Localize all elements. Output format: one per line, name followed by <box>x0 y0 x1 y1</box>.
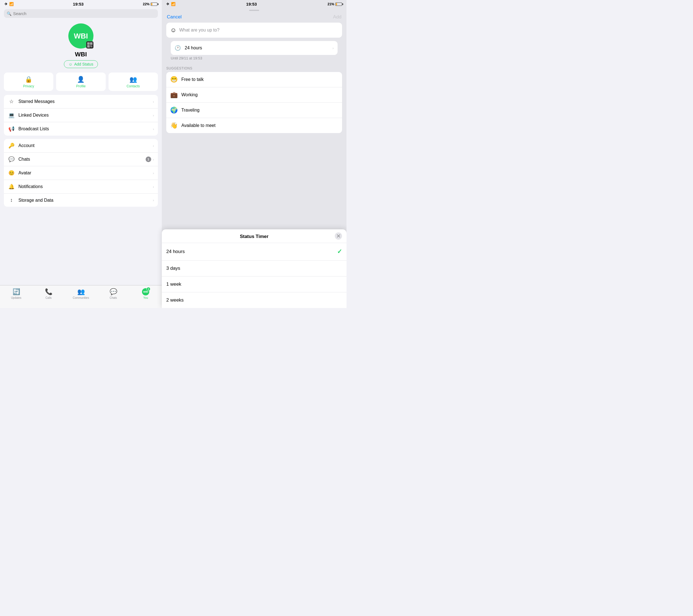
you-avatar: WBI 1 <box>142 288 149 295</box>
clock-icon: 🕐 <box>175 45 182 51</box>
timer-option-24h[interactable]: 24 hours ✓ <box>162 243 346 261</box>
chat-icon: 💬 <box>8 156 15 162</box>
left-panel: ✈ 📶 19:53 22% 🔍 WBI <box>0 0 162 308</box>
timer-options: 24 hours ✓ 3 days 1 week 2 weeks <box>162 243 346 308</box>
key-icon: 🔑 <box>8 143 15 149</box>
right-panel: ✈ 📶 19:53 21% Cancel Add ☺ What are you … <box>162 0 346 308</box>
tab-updates[interactable]: 🔄 Updates <box>0 288 32 299</box>
chevron-right-icon: › <box>153 144 154 148</box>
calls-icon: 📞 <box>45 288 53 295</box>
search-input[interactable] <box>13 11 155 16</box>
svg-rect-3 <box>91 43 92 44</box>
chats-label: Chats <box>18 157 146 162</box>
timer-2weeks-label: 2 weeks <box>166 297 342 303</box>
chevron-right-icon: › <box>153 171 154 175</box>
suggestion-traveling[interactable]: 🌍 Traveling <box>166 103 342 118</box>
avatar-label: Avatar <box>18 171 153 176</box>
chevron-right-icon: › <box>153 113 154 117</box>
notifications-item[interactable]: 🔔 Notifications › <box>4 180 158 194</box>
avatar-container: WBI <box>68 23 94 48</box>
duration-item[interactable]: 🕐 24 hours › <box>171 41 338 55</box>
storage-item[interactable]: ↕ Storage and Data › <box>4 194 158 207</box>
chats-item[interactable]: 💬 Chats 1 › <box>4 153 158 166</box>
chevron-right-icon: › <box>153 157 154 161</box>
working-label: Working <box>181 92 198 97</box>
qr-badge[interactable] <box>86 41 94 48</box>
status-bar-right: 22% <box>143 2 157 6</box>
tab-communities[interactable]: 👥 Communities <box>65 288 97 299</box>
broadcast-icon: 📢 <box>8 126 15 132</box>
timer-option-3days[interactable]: 3 days <box>162 261 346 277</box>
svg-rect-1 <box>88 43 89 44</box>
privacy-button[interactable]: 🔒 Privacy <box>4 73 53 91</box>
right-status-left: ✈ 📶 <box>166 2 176 6</box>
svg-rect-7 <box>91 45 92 46</box>
cancel-button[interactable]: Cancel <box>167 14 182 20</box>
avatar-item[interactable]: 😊 Avatar › <box>4 166 158 180</box>
suggestions-header: SUGGESTIONS <box>162 63 346 72</box>
traveling-label: Traveling <box>181 108 199 113</box>
timer-3days-label: 3 days <box>166 265 342 271</box>
sheet-header: Cancel Add <box>162 11 346 23</box>
duration-chevron-icon: › <box>333 46 334 50</box>
svg-rect-8 <box>91 46 91 47</box>
quick-actions: 🔒 Privacy 👤 Profile 👥 Contacts <box>4 73 158 91</box>
timer-title: Status Timer <box>240 234 269 239</box>
contacts-button[interactable]: 👥 Contacts <box>108 73 158 91</box>
linked-devices-item[interactable]: 💻 Linked Devices › <box>4 108 158 122</box>
tab-you[interactable]: WBI 1 You <box>130 288 162 299</box>
broadcast-lists-item[interactable]: 📢 Broadcast Lists › <box>4 122 158 136</box>
duration-section: 🕐 24 hours › Until 29/11 at 19:53 <box>166 41 342 63</box>
suggestion-free-to-talk[interactable]: 😁 Free to talk <box>166 72 342 87</box>
storage-label: Storage and Data <box>18 198 153 203</box>
suggestion-available[interactable]: 👋 Available to meet <box>166 118 342 133</box>
profile-section: WBI WBI ☺ Add <box>0 21 162 73</box>
timer-close-button[interactable]: ✕ <box>335 232 342 240</box>
tab-calls[interactable]: 📞 Calls <box>32 288 65 299</box>
profile-name: WBI <box>75 51 87 58</box>
timer-check-icon: ✓ <box>337 248 342 255</box>
profile-button[interactable]: 👤 Profile <box>56 73 105 91</box>
contacts-label: Contacts <box>127 84 140 88</box>
avatar-initials: WBI <box>74 32 88 40</box>
status-input-area[interactable]: ☺ What are you up to? <box>166 23 342 38</box>
menu-group-2: 🔑 Account › 💬 Chats 1 › 😊 Avatar › 🔔 Not… <box>4 139 158 207</box>
chats-badge: 1 <box>146 157 151 162</box>
profile-label: Profile <box>76 84 86 88</box>
starred-messages-label: Starred Messages <box>18 99 153 104</box>
status-timer-sheet: Status Timer ✕ 24 hours ✓ 3 days 1 week … <box>162 229 346 308</box>
privacy-label: Privacy <box>23 84 34 88</box>
timer-option-2weeks[interactable]: 2 weeks <box>162 292 346 308</box>
search-bar: 🔍 <box>4 9 158 18</box>
chevron-right-icon: › <box>153 127 154 131</box>
account-label: Account <box>18 143 153 148</box>
tab-updates-label: Updates <box>11 296 21 299</box>
starred-messages-item[interactable]: ☆ Starred Messages › <box>4 95 158 108</box>
free-talk-label: Free to talk <box>181 77 204 82</box>
add-status-button[interactable]: ☺ Add Status <box>64 60 98 68</box>
suggestions-list: 😁 Free to talk 💼 Working 🌍 Traveling 👋 A… <box>166 72 342 133</box>
svg-rect-9 <box>91 46 92 47</box>
contacts-icon: 👥 <box>130 76 137 83</box>
status-bar-left: ✈ 📶 <box>4 2 14 6</box>
right-status-right: 21% <box>328 2 342 6</box>
suggestion-working[interactable]: 💼 Working <box>166 87 342 103</box>
battery-icon-left <box>151 2 157 6</box>
svg-rect-10 <box>92 46 92 47</box>
search-icon: 🔍 <box>7 12 12 16</box>
timer-option-1week[interactable]: 1 week <box>162 277 346 292</box>
tab-calls-label: Calls <box>45 296 52 299</box>
battery-percent-left: 22% <box>143 2 150 6</box>
chevron-right-icon: › <box>153 198 154 202</box>
working-emoji: 💼 <box>170 91 178 98</box>
timer-1week-label: 1 week <box>166 281 342 287</box>
tab-you-label: You <box>143 296 148 299</box>
airplane-icon-right: ✈ <box>166 2 169 6</box>
notifications-label: Notifications <box>18 184 153 189</box>
smiley-icon: ☺ <box>68 62 73 66</box>
tab-chats[interactable]: 💬 Chats <box>97 288 130 299</box>
updates-icon: 🔄 <box>13 288 20 295</box>
timer-header: Status Timer ✕ <box>162 229 346 243</box>
account-item[interactable]: 🔑 Account › <box>4 139 158 153</box>
battery-icon-right <box>335 2 342 6</box>
